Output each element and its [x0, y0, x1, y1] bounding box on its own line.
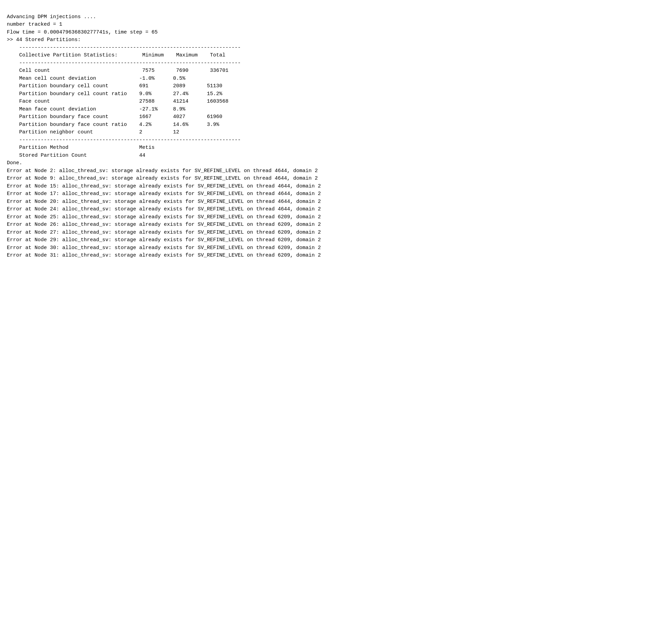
console-line: Advancing DPM injections .... — [7, 13, 665, 21]
console-line: Partition boundary cell count 691 2089 5… — [7, 82, 665, 90]
console-line: Error at Node 24: alloc_thread_sv: stora… — [7, 206, 665, 213]
console-line: Error at Node 27: alloc_thread_sv: stora… — [7, 229, 665, 237]
console-line: Mean cell count deviation -1.0% 0.5% — [7, 75, 665, 83]
console-line: Partition boundary face count ratio 4.2%… — [7, 121, 665, 129]
console-line: Partition boundary face count 1667 4027 … — [7, 113, 665, 121]
console-line: Face count 27588 41214 1603568 — [7, 98, 665, 106]
console-line: Error at Node 30: alloc_thread_sv: stora… — [7, 244, 665, 252]
console-line: Error at Node 9: alloc_thread_sv: storag… — [7, 175, 665, 183]
console-line: Done. — [7, 159, 665, 167]
console-line: Error at Node 2: alloc_thread_sv: storag… — [7, 167, 665, 175]
console-line: ----------------------------------------… — [7, 137, 665, 144]
console-line: >> 44 Stored Partitions: — [7, 36, 665, 44]
console-output: Advancing DPM injections ....number trac… — [7, 5, 665, 260]
console-line: Error at Node 25: alloc_thread_sv: stora… — [7, 213, 665, 221]
console-line: Partition neighbor count 2 12 — [7, 129, 665, 137]
console-line: Error at Node 15: alloc_thread_sv: stora… — [7, 183, 665, 191]
console-line: Mean face count deviation -27.1% 8.9% — [7, 106, 665, 114]
console-line: Collective Partition Statistics: Minimum… — [7, 52, 665, 60]
console-line: number tracked = 1 — [7, 21, 665, 29]
console-line: Partition boundary cell count ratio 9.0%… — [7, 90, 665, 98]
console-line: Cell count 7575 7690 336701 — [7, 67, 665, 75]
console-line: Error at Node 17: alloc_thread_sv: stora… — [7, 190, 665, 198]
console-line: Partition Method Metis — [7, 144, 665, 152]
console-line: ----------------------------------------… — [7, 44, 665, 52]
console-line: Flow time = 0.000479636830277741s, time … — [7, 29, 665, 37]
console-line: Stored Partition Count 44 — [7, 152, 665, 160]
console-line: Error at Node 31: alloc_thread_sv: stora… — [7, 252, 665, 260]
console-line: Error at Node 29: alloc_thread_sv: stora… — [7, 236, 665, 244]
console-line: Error at Node 26: alloc_thread_sv: stora… — [7, 221, 665, 229]
console-line: ----------------------------------------… — [7, 60, 665, 67]
console-line: Error at Node 20: alloc_thread_sv: stora… — [7, 198, 665, 206]
